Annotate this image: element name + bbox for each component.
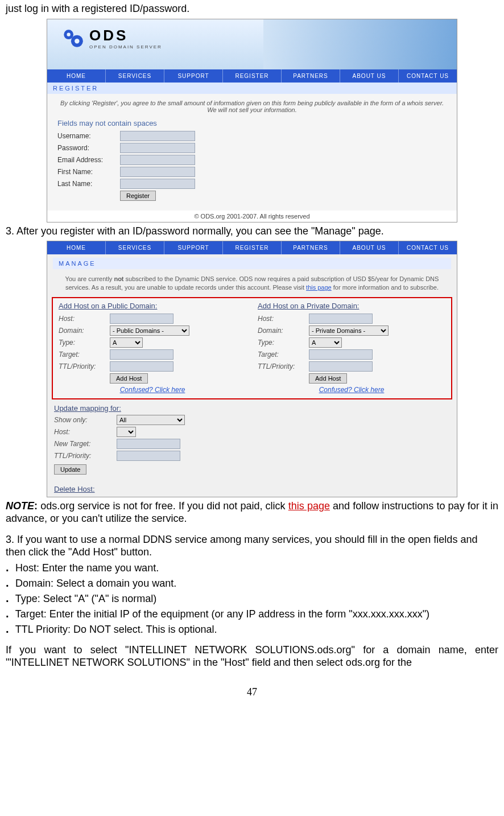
nav2-partners[interactable]: PARTNERS [282, 241, 340, 254]
upd-host-label: Host: [54, 428, 117, 436]
nav-partners[interactable]: PARTNERS [282, 69, 340, 83]
pub-type-label: Type: [59, 339, 110, 347]
nav2-support[interactable]: SUPPORT [164, 241, 223, 254]
upd-ttl-label: TTL/Priority: [54, 452, 117, 460]
upd-host-select[interactable] [117, 427, 136, 437]
priv-add-host-button[interactable]: Add Host [309, 373, 347, 384]
pub-host-label: Host: [59, 315, 110, 323]
input-username[interactable] [120, 131, 195, 141]
show-only-select[interactable]: All [117, 415, 185, 425]
page-number: 47 [6, 686, 498, 698]
public-title: Add Host on a Public Domain: [59, 302, 246, 310]
ods-logo: ODS OPEN DOMAIN SERVER [61, 26, 162, 50]
pub-target-input[interactable] [110, 349, 173, 360]
input-firstname[interactable] [120, 167, 195, 177]
closing-paragraph: If you want to select "INTELLINET NETWOR… [6, 644, 498, 669]
note-label: NOTE [6, 500, 34, 512]
register-info: By clicking 'Register', you agree to the… [57, 100, 447, 113]
manage-info-not: not [114, 275, 123, 282]
bullet-dot-icon: . [6, 623, 13, 636]
show-only-label: Show only: [54, 416, 117, 424]
doc-step3b: 3. If you want to use a normal DDNS serv… [6, 533, 498, 559]
screenshot-manage: HOME SERVICES SUPPORT REGISTER PARTNERS … [47, 241, 457, 497]
doc-step3a: 3. After you register with an ID/passwor… [6, 225, 498, 238]
priv-target-input[interactable] [309, 349, 373, 360]
input-lastname[interactable] [120, 179, 195, 189]
nav2-home[interactable]: HOME [47, 241, 106, 254]
bullet-domain-text: Domain: Select a domain you want. [15, 578, 176, 589]
input-password[interactable] [120, 143, 195, 153]
label-email: Email Address: [57, 156, 120, 164]
pub-domain-select[interactable]: - Public Domains - [110, 325, 189, 336]
nav-services[interactable]: SERVICES [106, 69, 164, 83]
label-firstname: First Name: [57, 168, 120, 176]
priv-ttl-label: TTL/Priority: [258, 362, 309, 370]
label-password: Password: [57, 144, 120, 152]
pub-target-label: Target: [59, 351, 110, 358]
nav2-about[interactable]: ABOUT US [340, 241, 399, 254]
bullet-type: . Type: Select "A" ("A" is normal) [6, 592, 498, 605]
bullet-dot-icon: . [6, 592, 13, 605]
label-username: Username: [57, 132, 120, 140]
bullet-ttl-text: TTL Priority: Do NOT select. This is opt… [15, 624, 217, 635]
pub-add-host-button[interactable]: Add Host [110, 373, 148, 384]
logo-text: ODS [89, 27, 162, 44]
pub-domain-label: Domain: [59, 327, 110, 335]
register-button[interactable]: Register [120, 191, 156, 201]
nav2-register[interactable]: REGISTER [223, 241, 282, 254]
nav2-contact[interactable]: CONTACT US [399, 241, 457, 254]
delete-title: Delete Host: [54, 485, 457, 493]
manage-info: You are currently not subscribed to the … [47, 269, 457, 297]
nav-bar-2: HOME SERVICES SUPPORT REGISTER PARTNERS … [47, 241, 457, 254]
gear-icon [61, 26, 85, 50]
svg-point-3 [75, 39, 79, 43]
section-register: REGISTER [47, 83, 457, 94]
nav-register[interactable]: REGISTER [223, 69, 282, 83]
pub-type-select[interactable]: A [110, 337, 143, 348]
pub-confused-link[interactable]: Confused? Click here [59, 386, 246, 394]
bullet-dot-icon: . [6, 607, 13, 620]
doc-line-top: just log in with a registered ID/passwor… [6, 2, 498, 15]
bullet-target-text: Target: Enter the initial IP of the equi… [15, 608, 429, 620]
nav-home[interactable]: HOME [47, 69, 106, 83]
update-title: Update mapping for: [54, 404, 457, 413]
pub-host-input[interactable] [110, 314, 173, 324]
screenshot-register: ODS OPEN DOMAIN SERVER HOME SERVICES SUP… [47, 19, 457, 222]
public-col: Add Host on a Public Domain: Host: Domai… [53, 298, 252, 398]
priv-type-label: Type: [258, 339, 309, 347]
note-body1: ods.org service is not for free. If you … [40, 500, 288, 512]
bullet-dot-icon: . [6, 561, 13, 574]
svg-point-1 [67, 32, 71, 36]
priv-target-label: Target: [258, 351, 309, 358]
logo-subtext: OPEN DOMAIN SERVER [89, 44, 162, 50]
nav-contact[interactable]: CONTACT US [399, 69, 457, 83]
nav2-services[interactable]: SERVICES [106, 241, 164, 254]
bullet-host-text: Host: Enter the name you want. [15, 562, 159, 574]
manage-info-link[interactable]: this page [306, 284, 332, 291]
bullet-domain: . Domain: Select a domain you want. [6, 576, 498, 590]
pub-ttl-label: TTL/Priority: [59, 362, 110, 370]
input-email[interactable] [120, 155, 195, 165]
label-lastname: Last Name: [57, 180, 120, 188]
private-col: Add Host on a Private Domain: Host: Doma… [252, 298, 451, 398]
priv-domain-select[interactable]: - Private Domains - [309, 325, 389, 336]
manage-info-a: You are currently [65, 275, 114, 282]
priv-type-select[interactable]: A [309, 337, 342, 348]
note-colon: : [34, 500, 40, 512]
update-block: Show only:All Host: New Target: TTL/Prio… [47, 415, 457, 480]
priv-host-input[interactable] [309, 314, 373, 324]
private-title: Add Host on a Private Domain: [258, 302, 445, 310]
nav-support[interactable]: SUPPORT [164, 69, 223, 83]
bullet-target: . Target: Enter the initial IP of the eq… [6, 607, 498, 620]
update-button[interactable]: Update [54, 464, 86, 475]
priv-ttl-input[interactable] [309, 361, 373, 372]
banner-sky [263, 19, 457, 69]
bullet-ttl: . TTL Priority: Do NOT select. This is o… [6, 623, 498, 636]
new-target-label: New Target: [54, 440, 117, 448]
upd-ttl-input[interactable] [117, 451, 180, 461]
note-link[interactable]: this page [288, 500, 330, 512]
new-target-input[interactable] [117, 439, 180, 449]
priv-confused-link[interactable]: Confused? Click here [258, 386, 445, 394]
pub-ttl-input[interactable] [110, 361, 173, 372]
nav-about[interactable]: ABOUT US [340, 69, 399, 83]
